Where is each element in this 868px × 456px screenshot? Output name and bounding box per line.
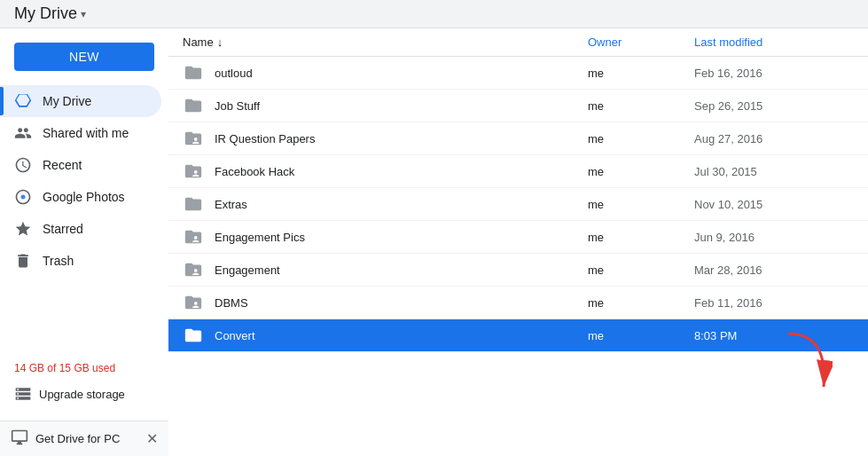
owner-column-header[interactable]: Owner	[588, 35, 694, 49]
folder-icon	[183, 259, 204, 280]
file-owner: me	[588, 263, 694, 277]
folder-icon	[183, 128, 204, 149]
content-wrapper: Name ↓ Owner Last modified outloud me Fe…	[168, 28, 868, 456]
name-column-header[interactable]: Name ↓	[183, 35, 588, 49]
file-owner: me	[588, 99, 694, 113]
breadcrumb: My Drive ▾	[14, 4, 86, 23]
file-owner: me	[588, 165, 694, 178]
monitor-icon	[11, 428, 28, 449]
storage-icon	[14, 385, 32, 403]
file-date: Mar 28, 2016	[694, 263, 854, 277]
close-get-drive-button[interactable]: ✕	[146, 430, 158, 447]
sidebar-item-my-drive[interactable]: My Drive	[0, 85, 161, 117]
table-row[interactable]: Facebook Hack me Jul 30, 2015	[168, 155, 868, 188]
table-row[interactable]: Job Stuff me Sep 26, 2015	[168, 90, 868, 122]
file-owner: me	[588, 231, 694, 244]
star-icon	[14, 220, 32, 238]
svg-point-5	[194, 302, 198, 305]
file-name-cell: Engagement	[183, 259, 588, 280]
sidebar-item-recent[interactable]: Recent	[0, 149, 161, 181]
drive-icon	[14, 92, 32, 110]
people-icon	[14, 124, 32, 142]
file-name: outloud	[215, 67, 253, 80]
storage-info: 14 GB of 15 GB used Upgrade storage	[0, 348, 168, 421]
sidebar-item-label: Recent	[43, 158, 82, 172]
trash-icon	[14, 252, 32, 270]
sidebar-item-starred[interactable]: Starred	[0, 213, 161, 245]
folder-icon	[183, 292, 204, 313]
table-header: Name ↓ Owner Last modified	[168, 28, 868, 57]
file-name: Job Stuff	[215, 99, 260, 113]
get-drive-content[interactable]: Get Drive for PC	[11, 428, 120, 449]
file-name-cell: Convert	[183, 325, 588, 346]
file-name: Facebook Hack	[215, 165, 294, 178]
modified-column-header[interactable]: Last modified	[694, 35, 854, 49]
table-row[interactable]: Extras me Nov 10, 2015	[168, 188, 868, 221]
file-owner: me	[588, 67, 694, 80]
file-owner: me	[588, 198, 694, 211]
breadcrumb-text: My Drive	[14, 4, 77, 23]
file-name: Extras	[215, 198, 247, 211]
file-owner: me	[588, 132, 694, 145]
folder-icon	[183, 193, 204, 215]
file-name-cell: IR Question Papers	[183, 128, 588, 149]
get-drive-bar: Get Drive for PC ✕	[0, 421, 168, 456]
table-row[interactable]: DBMS me Feb 11, 2016	[168, 287, 868, 319]
file-date: Feb 16, 2016	[694, 67, 854, 80]
folder-icon	[183, 95, 204, 116]
new-button[interactable]: NEW	[14, 43, 154, 71]
upgrade-storage-button[interactable]: Upgrade storage	[14, 381, 154, 406]
folder-icon	[183, 161, 204, 182]
table-row[interactable]: IR Question Papers me Aug 27, 2016	[168, 122, 868, 155]
sidebar-item-label: Trash	[43, 254, 74, 268]
active-indicator	[0, 87, 4, 115]
clock-icon	[14, 156, 32, 174]
arrow-overlay	[779, 329, 833, 403]
folder-icon	[183, 62, 204, 83]
upgrade-label: Upgrade storage	[39, 388, 125, 401]
file-owner: me	[588, 329, 694, 342]
file-name-cell: DBMS	[183, 292, 588, 313]
breadcrumb-dropdown-icon[interactable]: ▾	[81, 8, 86, 20]
file-name: Engagement	[215, 263, 280, 277]
folder-icon	[183, 325, 204, 346]
folder-icon	[183, 226, 204, 248]
main-layout: NEW My Drive Shared with me Recent	[0, 28, 868, 456]
table-row[interactable]: Engagement me Mar 28, 2016	[168, 254, 868, 287]
file-name-cell: Facebook Hack	[183, 161, 588, 182]
file-owner: me	[588, 296, 694, 310]
sidebar-item-label: My Drive	[43, 94, 91, 108]
file-list: outloud me Feb 16, 2016 Job Stuff me Sep…	[168, 57, 868, 352]
top-bar: My Drive ▾	[0, 0, 868, 28]
content-area: Name ↓ Owner Last modified outloud me Fe…	[168, 28, 868, 352]
photos-icon	[14, 188, 32, 206]
file-date: Jul 30, 2015	[694, 165, 854, 178]
file-name-cell: outloud	[183, 62, 588, 83]
svg-point-2	[194, 170, 198, 174]
file-name: Convert	[215, 329, 255, 342]
table-row[interactable]: outloud me Feb 16, 2016	[168, 57, 868, 90]
table-row[interactable]: Engagement Pics me Jun 9, 2016	[168, 221, 868, 254]
svg-point-3	[194, 236, 198, 240]
sidebar: NEW My Drive Shared with me Recent	[0, 28, 168, 456]
table-row[interactable]: Convert me 8:03 PM	[168, 319, 868, 352]
svg-point-1	[194, 138, 198, 141]
sidebar-item-label: Shared with me	[43, 126, 129, 140]
sidebar-item-photos[interactable]: Google Photos	[0, 181, 161, 213]
sidebar-item-shared[interactable]: Shared with me	[0, 117, 161, 149]
file-date: Feb 11, 2016	[694, 296, 854, 310]
get-drive-label: Get Drive for PC	[35, 432, 120, 445]
svg-point-0	[21, 195, 26, 200]
svg-point-4	[194, 269, 198, 272]
file-date: Jun 9, 2016	[694, 231, 854, 244]
file-date: Sep 26, 2015	[694, 99, 854, 113]
storage-text: 14 GB of 15 GB used	[14, 362, 154, 374]
sidebar-item-trash[interactable]: Trash	[0, 245, 161, 277]
sidebar-item-label: Starred	[43, 222, 83, 236]
file-name: DBMS	[215, 296, 248, 310]
file-date: Aug 27, 2016	[694, 132, 854, 145]
file-date: Nov 10, 2015	[694, 198, 854, 211]
file-name: IR Question Papers	[215, 132, 315, 145]
file-name-cell: Job Stuff	[183, 95, 588, 116]
file-name-cell: Extras	[183, 193, 588, 215]
